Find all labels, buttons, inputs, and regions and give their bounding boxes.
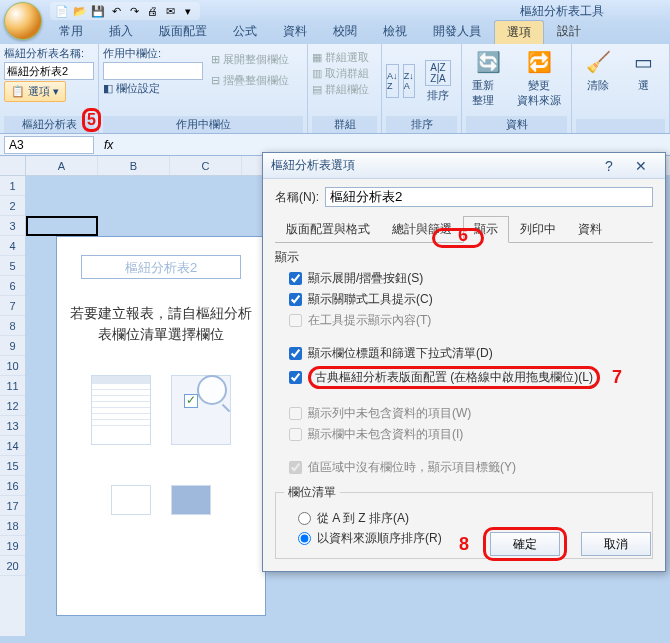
- active-field-label: 作用中欄位:: [103, 46, 203, 61]
- ungroup-button[interactable]: ▥取消群組: [312, 66, 377, 81]
- name-box[interactable]: A3: [4, 136, 94, 154]
- chk-show-norow[interactable]: 顯示列中未包含資料的項目(W): [289, 405, 653, 422]
- pivot-name-input[interactable]: [4, 62, 94, 80]
- clear-button[interactable]: 🧹 清除: [576, 46, 620, 119]
- refresh-icon: 🔄: [472, 48, 504, 76]
- active-field-input[interactable]: [103, 62, 203, 80]
- tab-home[interactable]: 常用: [46, 19, 96, 44]
- tab-developer[interactable]: 開發人員: [420, 19, 494, 44]
- tab-review[interactable]: 校閱: [320, 19, 370, 44]
- chk-contextual-tips[interactable]: 顯示關聯式工具提示(C): [289, 291, 653, 308]
- chk-show-nocol[interactable]: 顯示欄中未包含資料的項目(I): [289, 426, 653, 443]
- change-source-button[interactable]: 🔁 變更 資料來源: [511, 46, 567, 116]
- col-header[interactable]: B: [98, 156, 170, 175]
- select-icon: ▭: [627, 48, 659, 76]
- active-cell-a3[interactable]: [26, 216, 98, 236]
- row-header[interactable]: 2: [0, 196, 25, 216]
- field-settings-button[interactable]: ◧ 欄位設定: [103, 81, 203, 96]
- dialog-name-input[interactable]: [325, 187, 653, 207]
- sort-asc-button[interactable]: A↓Z: [386, 64, 399, 98]
- dialog-help-button[interactable]: ?: [593, 158, 625, 174]
- row-header[interactable]: 12: [0, 396, 25, 416]
- qat-more-icon[interactable]: ▾: [180, 3, 196, 19]
- tab-design[interactable]: 設計: [544, 19, 594, 44]
- dlg-tab-printing[interactable]: 列印中: [509, 216, 567, 243]
- row-header[interactable]: 14: [0, 436, 25, 456]
- tab-view[interactable]: 檢視: [370, 19, 420, 44]
- row-header[interactable]: 7: [0, 296, 25, 316]
- radio-az[interactable]: 從 A 到 Z 排序(A): [298, 510, 644, 527]
- select-button[interactable]: ▭ 選: [621, 46, 665, 119]
- group-icon: ▦: [312, 51, 322, 64]
- row-header[interactable]: 18: [0, 516, 25, 536]
- tab-data[interactable]: 資料: [270, 19, 320, 44]
- expand-field-button[interactable]: ⊞ 展開整個欄位: [211, 52, 289, 67]
- row-header[interactable]: 3: [0, 216, 25, 236]
- row-header[interactable]: 11: [0, 376, 25, 396]
- row-header[interactable]: 20: [0, 556, 25, 576]
- chk-classic-layout-label: 古典樞紐分析表版面配置 (在格線中啟用拖曳欄位)(L): [315, 370, 593, 384]
- sort-desc-button[interactable]: Z↓A: [403, 64, 415, 98]
- settings-icon: ◧: [103, 82, 113, 95]
- refresh-button[interactable]: 🔄 重新整理: [466, 46, 510, 116]
- tab-insert[interactable]: 插入: [96, 19, 146, 44]
- chk-classic-layout-row[interactable]: 古典樞紐分析表版面配置 (在格線中啟用拖曳欄位)(L) 7: [289, 366, 653, 389]
- dialog-close-button[interactable]: ✕: [625, 158, 657, 174]
- row-header[interactable]: 10: [0, 356, 25, 376]
- group-label-actions: [576, 119, 665, 133]
- row-header[interactable]: 4: [0, 236, 25, 256]
- row-header[interactable]: 6: [0, 276, 25, 296]
- pivot-placeholder: 樞紐分析表2 若要建立報表，請自樞紐分析 表欄位清單選擇欄位: [56, 236, 266, 616]
- fx-icon[interactable]: fx: [104, 138, 113, 152]
- dlg-tab-display[interactable]: 顯示: [463, 216, 509, 243]
- chk-field-captions[interactable]: 顯示欄位標題和篩選下拉式清單(D): [289, 345, 653, 362]
- row-header[interactable]: 9: [0, 336, 25, 356]
- row-header[interactable]: 8: [0, 316, 25, 336]
- row-header[interactable]: 15: [0, 456, 25, 476]
- qat-new-icon[interactable]: 📄: [54, 3, 70, 19]
- row-header[interactable]: 16: [0, 476, 25, 496]
- ok-button[interactable]: 確定: [490, 532, 560, 556]
- tab-layout[interactable]: 版面配置: [146, 19, 220, 44]
- pivot-illustration: [57, 375, 265, 445]
- collapse-icon: ⊟: [211, 74, 220, 87]
- row-header[interactable]: 17: [0, 496, 25, 516]
- qat-redo-icon[interactable]: ↷: [126, 3, 142, 19]
- sort-button[interactable]: A|ZZ|A 排序: [419, 58, 457, 105]
- row-header[interactable]: 13: [0, 416, 25, 436]
- qat-print-icon[interactable]: 🖨: [144, 3, 160, 19]
- ungroup-icon: ▥: [312, 67, 322, 80]
- collapse-field-button[interactable]: ⊟ 摺疊整個欄位: [211, 73, 289, 88]
- qat-undo-icon[interactable]: ↶: [108, 3, 124, 19]
- group-label-active: 作用中欄位: [103, 116, 303, 133]
- tab-options[interactable]: 選項: [494, 20, 544, 44]
- row-header[interactable]: 1: [0, 176, 25, 196]
- qat-save-icon[interactable]: 💾: [90, 3, 106, 19]
- chk-expand-buttons[interactable]: 顯示展開/摺疊按鈕(S): [289, 270, 653, 287]
- quick-access-toolbar: 📄 📂 💾 ↶ ↷ 🖨 ✉ ▾: [50, 2, 200, 20]
- dlg-tab-totals[interactable]: 總計與篩選: [381, 216, 463, 243]
- cancel-button[interactable]: 取消: [581, 532, 651, 556]
- ribbon: 樞紐分析表名稱: 📋 選項 ▾ 樞紐分析表 作用中欄位: ◧ 欄位設定: [0, 44, 670, 134]
- pivot-placeholder-title: 樞紐分析表2: [81, 255, 241, 279]
- group-selection-button[interactable]: ▦群組選取: [312, 50, 377, 65]
- row-header[interactable]: 5: [0, 256, 25, 276]
- chk-show-value-labels[interactable]: 值區域中沒有欄位時，顯示項目標籤(Y): [289, 459, 653, 476]
- row-header[interactable]: 19: [0, 536, 25, 556]
- col-header[interactable]: A: [26, 156, 98, 175]
- qat-mail-icon[interactable]: ✉: [162, 3, 178, 19]
- pivot-options-button[interactable]: 📋 選項 ▾: [4, 81, 66, 102]
- dlg-tab-layout[interactable]: 版面配置與格式: [275, 216, 381, 243]
- qat-open-icon[interactable]: 📂: [72, 3, 88, 19]
- pivot-placeholder-text: 若要建立報表，請自樞紐分析 表欄位清單選擇欄位: [69, 303, 253, 345]
- dlg-tab-data[interactable]: 資料: [567, 216, 613, 243]
- group-field-button[interactable]: ▤群組欄位: [312, 82, 377, 97]
- office-button[interactable]: [4, 2, 42, 40]
- tab-formulas[interactable]: 公式: [220, 19, 270, 44]
- group-label-pivot: 樞紐分析表: [4, 116, 94, 133]
- row-headers: 1234567891011121314151617181920: [0, 156, 26, 636]
- change-source-icon: 🔁: [523, 48, 555, 76]
- chk-classic-layout[interactable]: [289, 371, 302, 384]
- col-header[interactable]: C: [170, 156, 242, 175]
- chk-tooltip-content[interactable]: 在工具提示顯示內容(T): [289, 312, 653, 329]
